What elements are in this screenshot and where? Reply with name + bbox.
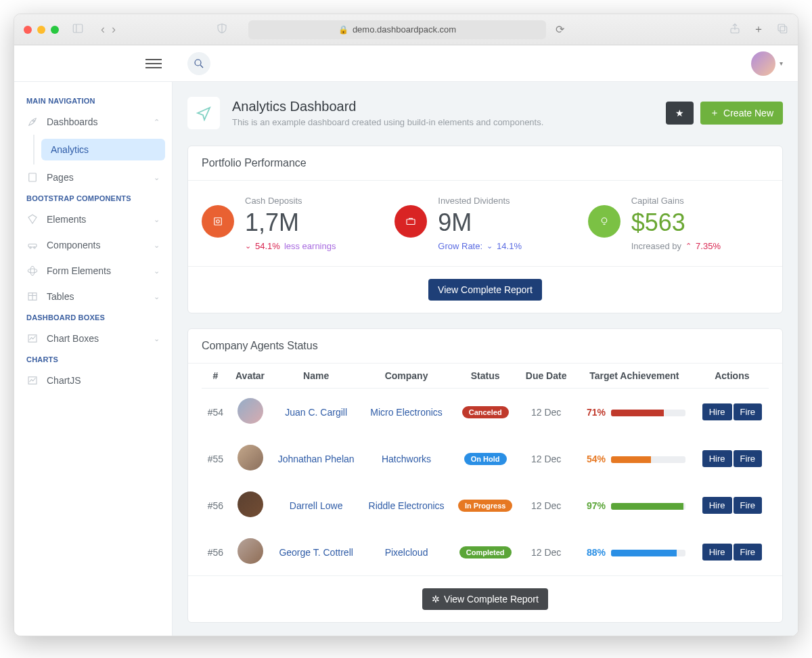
cell-actions: HireFire — [696, 482, 769, 529]
minimize-window-icon[interactable] — [37, 26, 45, 34]
view-report-button[interactable]: View Complete Report — [428, 279, 542, 301]
new-tab-icon[interactable]: ＋ — [753, 22, 764, 37]
share-icon[interactable] — [729, 22, 741, 37]
nav-section-dashboard-boxes: DASHBOARD BOXES — [14, 309, 172, 326]
tabs-overview-icon[interactable] — [776, 22, 788, 37]
stat-pct: 14.1% — [497, 241, 522, 251]
gear-icon: ✲ — [432, 594, 440, 605]
stat-value: $563 — [631, 209, 721, 237]
name-link[interactable]: Johnathan Phelan — [278, 454, 355, 464]
maximize-window-icon[interactable] — [51, 26, 59, 34]
page-title: Analytics Dashboard — [232, 99, 543, 114]
card-title: Portfolio Performance — [188, 146, 782, 181]
hire-button[interactable]: Hire — [702, 403, 732, 420]
avatar[interactable] — [238, 538, 263, 564]
sidebar-toggle-icon[interactable] — [68, 22, 87, 37]
window-controls — [24, 26, 59, 34]
target-pct: 71% — [587, 407, 606, 418]
target-pct: 97% — [587, 500, 606, 511]
company-link[interactable]: Riddle Electronics — [369, 500, 445, 511]
progress-bar — [611, 410, 685, 416]
hire-button[interactable]: Hire — [702, 497, 732, 514]
fire-button[interactable]: Fire — [734, 544, 762, 561]
hamburger-menu-icon[interactable] — [145, 59, 162, 68]
nav-item-components[interactable]: Components ⌄ — [14, 232, 172, 258]
btn-label: View Complete Report — [444, 594, 539, 605]
stat-cash-deposits: Cash Deposits 1,7M ⌄ 54.1% less earnings — [202, 196, 382, 251]
page-titles: Analytics Dashboard This is an example d… — [232, 99, 543, 127]
stat-label: Capital Gains — [631, 196, 721, 206]
avatar[interactable] — [238, 398, 263, 424]
nav-item-pages[interactable]: Pages ⌄ — [14, 164, 172, 190]
svg-rect-4 — [778, 24, 785, 31]
name-link[interactable]: George T. Cottrell — [279, 547, 353, 558]
avatar[interactable] — [238, 491, 263, 517]
stat-label: Cash Deposits — [245, 196, 336, 206]
table-row: #56George T. CottrellPixelcloudCompleted… — [202, 529, 769, 575]
status-badge: Canceled — [462, 406, 509, 418]
company-link[interactable]: Micro Electronics — [370, 407, 443, 418]
cell-id: #54 — [202, 389, 229, 436]
stat-label: Invested Dividents — [438, 196, 522, 206]
cell-status: In Progress — [451, 482, 519, 529]
reload-icon[interactable]: ⟳ — [556, 23, 564, 36]
cell-company: Micro Electronics — [361, 389, 451, 436]
cell-avatar — [229, 482, 271, 529]
th-status: Status — [451, 364, 519, 389]
user-avatar[interactable] — [751, 51, 775, 76]
close-window-icon[interactable] — [24, 26, 32, 34]
status-badge: On Hold — [464, 453, 507, 465]
cell-company: Pixelcloud — [361, 529, 451, 575]
url-bar[interactable]: 🔒 demo.dashboardpack.com — [248, 20, 546, 39]
nav-item-elements[interactable]: Elements ⌄ — [14, 206, 172, 232]
svg-point-12 — [34, 247, 35, 248]
cell-actions: HireFire — [696, 389, 769, 436]
nav-arrows: ‹ › — [101, 22, 116, 37]
favorite-button[interactable]: ★ — [666, 102, 694, 125]
sidebar: MAIN NAVIGATION Dashboards ⌃ Analytics P… — [14, 82, 173, 636]
caret-down-icon: ⌄ — [487, 242, 493, 250]
back-icon[interactable]: ‹ — [101, 22, 105, 37]
fire-button[interactable]: Fire — [734, 403, 762, 420]
cell-status: Canceled — [451, 389, 519, 436]
nav-sub-analytics[interactable]: Analytics — [41, 139, 165, 160]
progress-bar — [611, 456, 685, 463]
fire-button[interactable]: Fire — [734, 497, 762, 514]
nav-item-chart-boxes[interactable]: Chart Boxes ⌄ — [14, 326, 172, 351]
company-link[interactable]: Pixelcloud — [385, 547, 428, 558]
svg-point-8 — [32, 120, 34, 121]
chevron-up-icon: ⌃ — [154, 118, 160, 127]
cell-company: Riddle Electronics — [361, 482, 451, 529]
nav-section-charts: CHARTS — [14, 351, 172, 368]
name-link[interactable]: Darrell Lowe — [290, 500, 343, 511]
forward-icon[interactable]: › — [112, 22, 116, 37]
nav-item-dashboards[interactable]: Dashboards ⌃ — [14, 109, 172, 135]
view-report-button[interactable]: ✲ View Complete Report — [422, 588, 548, 610]
stat-invested-dividents: Invested Dividents 9M Grow Rate: ⌄ 14.1% — [394, 196, 575, 251]
cell-name: Juan C. Cargill — [271, 389, 361, 436]
search-button[interactable] — [187, 52, 210, 75]
th-id: # — [202, 364, 229, 389]
svg-rect-22 — [407, 219, 415, 225]
nav-item-chartjs[interactable]: ChartJS — [14, 368, 172, 393]
chart-icon — [26, 332, 39, 345]
fire-button[interactable]: Fire — [734, 450, 762, 467]
lock-icon: 🔒 — [338, 25, 348, 35]
nav-item-form-elements[interactable]: Form Elements ⌄ — [14, 258, 172, 284]
cell-date: 12 Dec — [519, 529, 573, 575]
stats-row: Cash Deposits 1,7M ⌄ 54.1% less earnings — [202, 196, 769, 251]
company-link[interactable]: Hatchworks — [382, 454, 431, 464]
hire-button[interactable]: Hire — [702, 450, 732, 467]
create-new-button[interactable]: ＋ Create New — [700, 102, 783, 125]
nav-item-tables[interactable]: Tables ⌄ — [14, 284, 172, 309]
cell-target: 97% — [573, 482, 696, 529]
user-menu-caret-icon[interactable]: ▾ — [780, 60, 783, 67]
stat-value: 1,7M — [245, 209, 336, 237]
nav-section-bootstrap: BOOTSTRAP COMPONENTS — [14, 190, 172, 206]
name-link[interactable]: Juan C. Cargill — [285, 407, 347, 418]
hire-button[interactable]: Hire — [702, 544, 732, 561]
privacy-shield-icon[interactable] — [216, 22, 228, 37]
avatar[interactable] — [238, 445, 263, 470]
chevron-down-icon: ⌄ — [154, 215, 160, 224]
cell-actions: HireFire — [696, 529, 769, 575]
